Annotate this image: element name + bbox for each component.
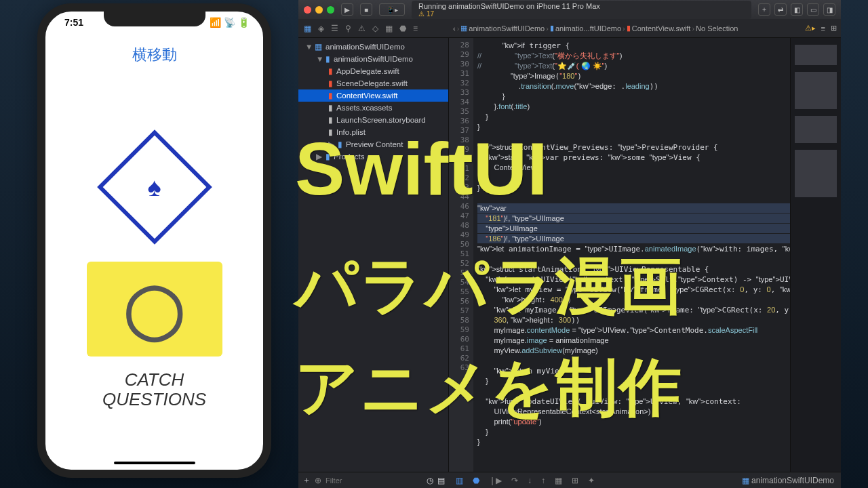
forward-icon[interactable]: ›: [457, 24, 460, 33]
folder-icon: ▮: [550, 24, 554, 33]
toolbar: ▶ ■ 📱▸ Running animationSwiftUIDemo on i…: [298, 0, 841, 19]
filter-input[interactable]: [326, 476, 422, 485]
toolbar-right: ＋ ⇄ ◧ ▭ ◨: [758, 3, 835, 16]
debug-bar: ▥ ⬣ ❘▶ ↷ ↓ ↑ ▦ ⊞ ✦ ▦ animationSwiftUIDem…: [449, 472, 841, 488]
nav-scenedelegate[interactable]: ▮SceneDelegate.swift: [298, 77, 448, 89]
nav-infoplist[interactable]: ▮Info.plist: [298, 126, 448, 138]
nav-group[interactable]: ▼▮animationSwiftUIDemo: [298, 53, 448, 65]
step-in-icon[interactable]: ↓: [528, 476, 532, 485]
main-body: ▼▦animationSwiftUIDemo ▼▮animationSwiftU…: [298, 38, 841, 488]
warnings-badge[interactable]: ⚠ 17: [418, 10, 745, 18]
assistant-icon[interactable]: ⊞: [831, 24, 837, 33]
bc-folder[interactable]: animatio...ftUIDemo: [555, 24, 621, 33]
xcode-window: ▶ ■ 📱▸ Running animationSwiftUIDemo on i…: [298, 0, 841, 488]
swift-icon: ▮: [627, 24, 631, 33]
right-panel-toggle[interactable]: ◨: [823, 3, 835, 16]
line-gutter[interactable]: 28 29 30 31 32 33 34 35 36 37 38 39 40 4…: [449, 38, 473, 488]
caption-line-2: QUESTIONS: [102, 390, 206, 409]
issue-nav-icon[interactable]: ⚠: [358, 24, 366, 33]
breakpoint-nav-icon[interactable]: ⬣: [399, 24, 406, 33]
issues-icon[interactable]: ⚠▸: [805, 24, 816, 33]
minimap[interactable]: [790, 38, 841, 488]
test-nav-icon[interactable]: ◇: [372, 24, 378, 33]
bc-selection[interactable]: No Selection: [696, 24, 738, 33]
scm-filter-icon[interactable]: ▤: [437, 476, 445, 485]
nav-project[interactable]: ▼▦animationSwiftUIDemo: [298, 41, 448, 53]
app-content: ♠ ◯ CATCH QUESTIONS: [45, 65, 263, 409]
bc-project[interactable]: animationSwiftUIDemo: [469, 24, 545, 33]
debug-nav-icon[interactable]: ▦: [385, 24, 393, 33]
nav-launchscreen[interactable]: ▮LaunchScreen.storyboard: [298, 114, 448, 126]
navigator-tabs: ▦ ◈ ☰ ⚲ ⚠ ◇ ▦ ⬣ ≡: [298, 24, 449, 33]
home-indicator[interactable]: [114, 462, 195, 464]
editor-options-icon[interactable]: ≡: [821, 24, 825, 33]
recent-filter-icon[interactable]: ◷: [427, 476, 433, 485]
add-button[interactable]: ＋: [758, 3, 770, 16]
mouse-glyph: ◯: [124, 278, 185, 341]
project-navigator[interactable]: ▼▦animationSwiftUIDemo ▼▮animationSwiftU…: [298, 38, 449, 488]
caption-text: CATCH QUESTIONS: [102, 370, 206, 409]
notch: [104, 12, 205, 26]
scheme-button[interactable]: 📱▸: [379, 3, 405, 16]
status-time: 7:51: [64, 17, 83, 28]
project-nav-icon[interactable]: ▦: [304, 24, 311, 33]
env-icon[interactable]: ✦: [588, 476, 595, 485]
report-nav-icon[interactable]: ≡: [413, 24, 418, 33]
project-icon: ▦: [460, 24, 467, 33]
symbol-nav-icon[interactable]: ☰: [331, 24, 338, 33]
wifi-icon: 📡: [224, 17, 235, 28]
nav-products[interactable]: ▶▮Products: [298, 150, 448, 163]
left-panel-toggle[interactable]: ◧: [791, 3, 803, 16]
memory-icon[interactable]: ⊞: [572, 476, 578, 485]
nav-appdelegate[interactable]: ▮AppDelegate.swift: [298, 65, 448, 77]
mouse-image: ◯: [87, 262, 222, 357]
close-button[interactable]: [304, 6, 311, 14]
battery-icon: 🔋: [238, 17, 250, 28]
spade-icon: ♠: [147, 173, 161, 202]
window-controls: [304, 6, 334, 14]
diamond-shape: ♠: [97, 129, 212, 245]
bottom-panel-toggle[interactable]: ▭: [807, 3, 819, 16]
signal-icon: 📶: [210, 17, 221, 28]
debug-status: ▦ animationSwiftUIDemo: [742, 476, 834, 485]
code-review-button[interactable]: ⇄: [774, 3, 787, 16]
tab-bar: ▦ ◈ ☰ ⚲ ⚠ ◇ ▦ ⬣ ≡ ‹ › ▦ animationSwiftUI…: [298, 19, 841, 38]
stop-button[interactable]: ■: [360, 3, 372, 16]
back-icon[interactable]: ‹: [453, 24, 456, 33]
minimize-button[interactable]: [315, 6, 323, 14]
bc-file[interactable]: ContentView.swift: [632, 24, 691, 33]
caption-line-1: CATCH: [102, 370, 206, 390]
activity-text: Running animationSwiftUIDemo on iPhone 1…: [418, 2, 600, 10]
debug-view-icon[interactable]: ▦: [555, 476, 562, 485]
continue-icon[interactable]: ❘▶: [489, 476, 502, 485]
nav-contentview[interactable]: ▮ContentView.swift: [298, 89, 448, 102]
source-control-nav-icon[interactable]: ◈: [318, 24, 324, 33]
step-over-icon[interactable]: ↷: [511, 476, 518, 485]
navigator-filter-bar: ＋ ⊕ ◷ ▤: [298, 472, 449, 488]
add-target-icon[interactable]: ＋: [302, 474, 311, 486]
nav-preview[interactable]: ▶▮Preview Content: [298, 138, 448, 150]
breakpoints-icon[interactable]: ⬣: [473, 476, 479, 485]
find-nav-icon[interactable]: ⚲: [345, 24, 351, 33]
ios-simulator: 7:51 📶 📡 🔋 横移動 ♠ ◯ CATCH QUESTIONS: [37, 3, 271, 478]
activity-view[interactable]: Running animationSwiftUIDemo on iPhone 1…: [412, 1, 751, 19]
code-editor[interactable]: "kw">if trigger { // "type">Text("横から失礼し…: [473, 38, 790, 488]
step-out-icon[interactable]: ↑: [541, 476, 545, 485]
breadcrumb[interactable]: ‹ › ▦ animationSwiftUIDemo › ▮ animatio.…: [449, 24, 841, 33]
hide-debug-icon[interactable]: ▥: [456, 476, 463, 485]
zoom-button[interactable]: [327, 6, 334, 14]
filter-icon: ⊕: [315, 476, 321, 485]
nav-assets[interactable]: ▮Assets.xcassets: [298, 102, 448, 114]
status-icons: 📶 📡 🔋: [210, 17, 250, 28]
app-title: 横移動: [45, 45, 263, 65]
run-button[interactable]: ▶: [341, 3, 353, 16]
